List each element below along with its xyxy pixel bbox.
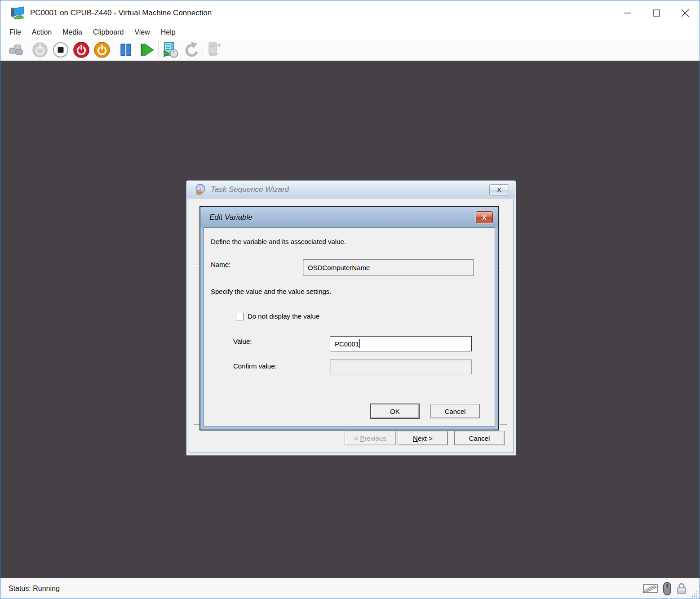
- dialog-close-button[interactable]: X: [476, 211, 493, 223]
- specify-text: Specify the value and the value settings…: [211, 288, 332, 295]
- task-sequence-wizard-icon: [195, 184, 207, 196]
- status-text: Status: Running: [9, 585, 60, 593]
- keyboard-icon: [643, 583, 658, 594]
- minimize-button[interactable]: [613, 0, 642, 26]
- confirm-value-field: [330, 359, 472, 374]
- wizard-close-icon: X: [497, 186, 501, 193]
- dialog-titlebar[interactable]: Edit Variable X: [200, 207, 498, 227]
- ctrl-alt-del-icon: [8, 42, 25, 58]
- toolbar: [0, 39, 700, 61]
- previous-accel: P: [360, 435, 364, 442]
- revert-checkpoint-icon: [182, 41, 200, 59]
- previous-label: <: [354, 435, 360, 442]
- save-icon: [93, 41, 111, 59]
- menu-view[interactable]: View: [129, 27, 155, 37]
- groupbox-line-fragment: [500, 265, 507, 266]
- wizard-cancel-label: Cancel: [469, 435, 490, 442]
- value-field[interactable]: PC0001: [330, 336, 472, 351]
- checkpoint-icon: [161, 41, 179, 59]
- value-label: Value:: [233, 337, 252, 345]
- menu-help[interactable]: Help: [155, 27, 181, 37]
- reset-icon: [138, 41, 155, 58]
- revert-checkpoint-button[interactable]: [181, 40, 201, 60]
- wizard-previous-button: < Previous: [345, 431, 396, 445]
- menu-action[interactable]: Action: [27, 27, 57, 37]
- menubar: File Action Media Clipboard View Help: [0, 26, 700, 39]
- toolbar-separator: [158, 41, 159, 58]
- window-title: PC0001 on CPUB-Z440 - Virtual Machine Co…: [30, 9, 212, 18]
- minimize-icon: [623, 9, 632, 18]
- lock-icon: [676, 582, 687, 595]
- groupbox-line-fragment: [500, 424, 507, 425]
- reset-button[interactable]: [136, 40, 157, 60]
- next-accel: N: [413, 435, 418, 442]
- dialog-intro-text: Define the variable and its asscociated …: [211, 238, 346, 245]
- enhanced-session-button: [204, 40, 225, 60]
- ctrl-alt-del-button[interactable]: [6, 40, 27, 60]
- menu-clipboard[interactable]: Clipboard: [88, 27, 129, 37]
- toolbar-separator: [203, 41, 203, 58]
- checkpoint-button[interactable]: [160, 40, 181, 60]
- turn-off-icon: [52, 41, 70, 59]
- wizard-cancel-button[interactable]: Cancel: [454, 431, 505, 445]
- value-field-text: PC0001: [335, 340, 359, 348]
- confirm-value-label: Confirm value:: [233, 362, 277, 370]
- name-field[interactable]: OSDComputerName: [303, 259, 474, 276]
- dialog-cancel-label: Cancel: [445, 408, 466, 415]
- start-button: [30, 40, 50, 60]
- do-not-display-label[interactable]: Do not display the value: [248, 312, 319, 320]
- window-titlebar[interactable]: PC0001 on CPUB-Z440 - Virtual Machine Co…: [0, 0, 700, 26]
- window-controls: [613, 0, 700, 26]
- name-field-value: OSDComputerName: [308, 264, 370, 271]
- wizard-close-button[interactable]: X: [489, 184, 509, 195]
- maximize-icon: [652, 9, 661, 18]
- name-label: Name:: [211, 261, 230, 268]
- edit-variable-dialog: Edit Variable X Define the variable and …: [199, 206, 499, 430]
- dialog-cancel-button[interactable]: Cancel: [430, 404, 480, 418]
- maximize-button[interactable]: [642, 0, 671, 26]
- turn-off-button[interactable]: [50, 40, 71, 60]
- close-icon: [680, 8, 690, 18]
- wizard-titlebar[interactable]: Task Sequence Wizard X: [187, 181, 515, 198]
- virtual-machine-icon: [10, 6, 26, 20]
- pause-icon: [117, 41, 134, 58]
- ok-button[interactable]: OK: [370, 404, 420, 419]
- resize-grip[interactable]: [691, 590, 698, 597]
- vmconnect-window: PC0001 on CPUB-Z440 - Virtual Machine Co…: [0, 0, 700, 599]
- vm-display-area[interactable]: Task Sequence Wizard X < Previous Next >…: [0, 61, 700, 578]
- wizard-title: Task Sequence Wizard: [211, 185, 289, 194]
- ok-label: OK: [390, 408, 400, 415]
- save-button[interactable]: [92, 40, 112, 60]
- close-button[interactable]: [671, 0, 700, 26]
- menu-file[interactable]: File: [9, 27, 27, 37]
- shut-down-button[interactable]: [71, 40, 92, 60]
- dialog-close-icon: X: [482, 214, 486, 221]
- statusbar: Status: Running: [0, 578, 700, 599]
- do-not-display-checkbox[interactable]: [236, 313, 244, 320]
- dialog-body: Define the variable and its asscociated …: [204, 227, 495, 426]
- mouse-icon: [663, 582, 672, 595]
- statusbar-icons: [643, 582, 687, 595]
- shut-down-icon: [72, 41, 90, 59]
- dialog-title: Edit Variable: [209, 213, 253, 222]
- previous-label-rest: revious: [364, 435, 386, 442]
- toolbar-separator: [28, 41, 28, 58]
- text-caret: [359, 339, 360, 348]
- enhanced-session-icon: [206, 41, 224, 59]
- wizard-next-button[interactable]: Next >: [398, 431, 448, 445]
- statusbar-divider: [86, 582, 86, 595]
- toolbar-separator: [114, 41, 114, 58]
- start-icon: [31, 41, 49, 59]
- next-label-rest: ext >: [418, 435, 433, 442]
- pause-button[interactable]: [115, 40, 136, 60]
- menu-media[interactable]: Media: [57, 27, 88, 37]
